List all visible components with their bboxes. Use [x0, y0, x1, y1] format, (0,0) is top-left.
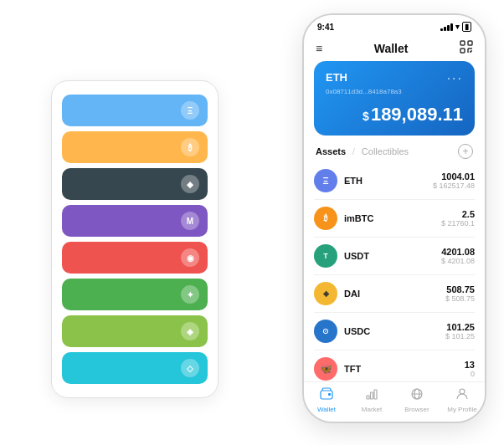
- tft-name: TFT: [344, 364, 465, 374]
- card-stack: Ξ ₿ ◆ M ◉ ✦ ◈ ◇: [51, 80, 219, 398]
- usdt-secondary: $ 4201.08: [441, 257, 475, 265]
- stack-card-icon-green: ✦: [181, 285, 199, 304]
- stack-card-icon-btc: ₿: [181, 138, 199, 156]
- market-nav-icon: [365, 387, 378, 404]
- svg-rect-11: [374, 390, 377, 399]
- imbtc-name: imBTC: [344, 213, 441, 223]
- svg-point-15: [460, 389, 465, 394]
- phone-frame: 9:41 ▾ ▮ ≡ Wallet: [302, 13, 486, 423]
- usdt-icon: T: [314, 244, 337, 268]
- asset-item-usdt[interactable]: T USDT 4201.08 $ 4201.08: [314, 238, 475, 275]
- stack-card-icon-red: ◉: [181, 248, 199, 267]
- stack-card-green[interactable]: ✦: [62, 279, 208, 310]
- menu-icon[interactable]: ≡: [316, 42, 322, 55]
- stack-card-icon-dark: ◆: [181, 175, 199, 193]
- wallet-nav-icon: [320, 387, 333, 404]
- dai-icon: ◈: [314, 282, 337, 305]
- stack-card-icon: Ξ: [181, 101, 199, 120]
- wifi-icon: ▾: [455, 23, 460, 31]
- browser-nav-icon: [410, 387, 424, 404]
- stack-card-red[interactable]: ◉: [62, 242, 208, 274]
- dai-name: DAI: [344, 289, 445, 299]
- balance-card[interactable]: ETH ··· 0x08711d3d...8418a78a3 $189,089.…: [314, 61, 475, 136]
- scan-icon[interactable]: [460, 40, 473, 56]
- nav-wallet[interactable]: Wallet: [304, 387, 349, 413]
- asset-item-eth[interactable]: Ξ ETH 1004.01 $ 162517.48: [314, 162, 475, 200]
- imbtc-secondary: $ 21760.1: [441, 219, 475, 228]
- usdt-name: USDT: [344, 251, 441, 261]
- stack-card-icon-teal: ◇: [181, 359, 199, 377]
- tab-divider: /: [352, 147, 355, 156]
- browser-nav-label: Browser: [404, 406, 429, 413]
- tab-assets[interactable]: Assets: [316, 146, 346, 156]
- usdc-secondary: $ 101.25: [445, 332, 475, 340]
- balance-value: 189,089.11: [371, 104, 463, 125]
- stack-card-teal[interactable]: ◇: [62, 352, 208, 384]
- asset-list: Ξ ETH 1004.01 $ 162517.48 ₿ imBTC 2.5 $ …: [304, 162, 485, 381]
- nav-market[interactable]: Market: [349, 387, 394, 413]
- stack-card-purple[interactable]: M: [62, 205, 208, 237]
- balance-card-header: ETH ···: [326, 71, 463, 86]
- svg-rect-10: [371, 392, 373, 399]
- profile-nav-label: My Profile: [447, 406, 477, 413]
- svg-rect-2: [460, 49, 465, 53]
- status-icons: ▾ ▮: [440, 22, 471, 32]
- eth-primary: 1004.01: [433, 171, 475, 182]
- wallet-nav-label: Wallet: [317, 406, 336, 413]
- tab-collectibles[interactable]: Collectibles: [362, 146, 409, 156]
- asset-item-dai[interactable]: ◈ DAI 508.75 $ 508.75: [314, 275, 475, 313]
- nav-profile[interactable]: My Profile: [440, 387, 485, 413]
- stack-card-dark[interactable]: ◆: [62, 168, 208, 200]
- dai-secondary: $ 508.75: [445, 294, 475, 303]
- imbtc-amounts: 2.5 $ 21760.1: [441, 209, 475, 228]
- tft-primary: 13: [465, 360, 475, 370]
- nav-browser[interactable]: Browser: [394, 387, 440, 413]
- usdc-icon: ⊙: [314, 320, 337, 343]
- assets-header: Assets / Collectibles +: [304, 136, 485, 162]
- svg-rect-0: [460, 41, 465, 45]
- phone-content: ETH ··· 0x08711d3d...8418a78a3 $189,089.…: [304, 61, 485, 381]
- asset-item-tft[interactable]: 🦋 TFT 13 0: [314, 350, 475, 381]
- bottom-nav: Wallet Market: [304, 381, 485, 422]
- battery-icon: ▮: [462, 22, 471, 32]
- balance-address: 0x08711d3d...8418a78a3: [326, 88, 463, 95]
- tft-amounts: 13 0: [465, 360, 475, 378]
- usdc-amounts: 101.25 $ 101.25: [445, 322, 475, 340]
- asset-item-usdc[interactable]: ⊙ USDC 101.25 $ 101.25: [314, 313, 475, 350]
- status-time: 9:41: [317, 23, 334, 32]
- more-options-icon[interactable]: ···: [447, 71, 463, 86]
- currency-symbol: $: [363, 110, 369, 123]
- balance-amount: $189,089.11: [326, 104, 463, 125]
- add-asset-button[interactable]: +: [458, 144, 473, 159]
- usdt-primary: 4201.08: [441, 247, 475, 257]
- svg-rect-1: [468, 41, 472, 45]
- balance-coin-label: ETH: [326, 71, 347, 84]
- imbtc-icon: ₿: [314, 207, 337, 230]
- header-title: Wallet: [374, 42, 409, 55]
- eth-secondary: $ 162517.48: [433, 182, 475, 190]
- stack-card-blue[interactable]: Ξ: [62, 95, 208, 126]
- usdc-name: USDC: [344, 326, 445, 336]
- app-header: ≡ Wallet: [304, 35, 485, 61]
- eth-icon: Ξ: [314, 169, 337, 192]
- market-nav-label: Market: [362, 406, 382, 413]
- eth-name: ETH: [344, 176, 433, 186]
- tft-secondary: 0: [465, 370, 475, 378]
- usdc-primary: 101.25: [445, 322, 475, 332]
- stack-card-icon-purple: M: [181, 212, 199, 230]
- status-bar: 9:41 ▾ ▮: [304, 15, 485, 35]
- usdt-amounts: 4201.08 $ 4201.08: [441, 247, 475, 265]
- dai-primary: 508.75: [445, 284, 475, 294]
- stack-card-orange[interactable]: ₿: [62, 131, 208, 163]
- asset-item-imbtc[interactable]: ₿ imBTC 2.5 $ 21760.1: [314, 200, 475, 238]
- imbtc-primary: 2.5: [441, 209, 475, 219]
- tft-icon: 🦋: [314, 357, 337, 381]
- stack-card-lightgreen[interactable]: ◈: [62, 315, 208, 347]
- dai-amounts: 508.75 $ 508.75: [445, 284, 475, 303]
- eth-amounts: 1004.01 $ 162517.48: [433, 171, 475, 190]
- stack-card-icon-lgreen: ◈: [181, 322, 199, 340]
- svg-rect-9: [367, 396, 369, 399]
- assets-tabs: Assets / Collectibles: [316, 146, 409, 156]
- svg-rect-8: [328, 393, 331, 396]
- profile-nav-icon: [455, 387, 469, 404]
